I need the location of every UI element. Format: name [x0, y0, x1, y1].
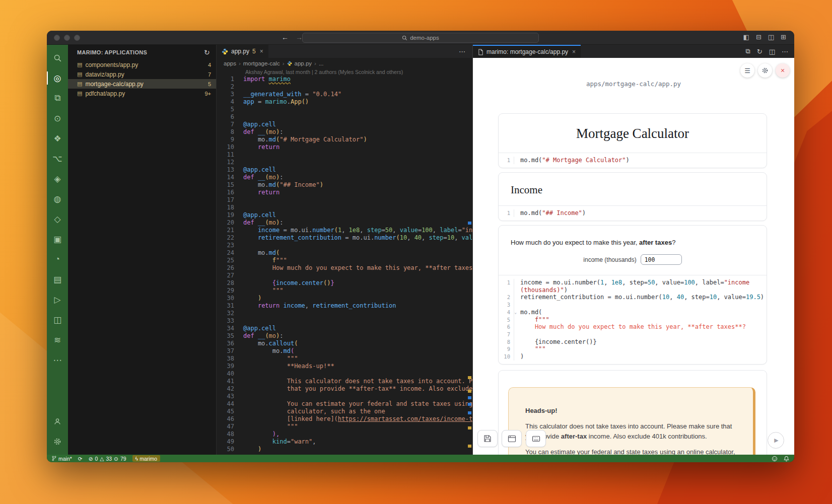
- sync-item[interactable]: ⟳: [78, 456, 83, 462]
- code-editor[interactable]: Akshay Agrawal, last month | 2 authors (…: [217, 68, 472, 455]
- marimo-label: marimo: [140, 456, 157, 462]
- menu-button[interactable]: ☰: [740, 63, 754, 78]
- code-line: 12: [217, 159, 472, 166]
- code-line: 44 You can estimate your federal and sta…: [217, 400, 472, 408]
- close-tab-icon[interactable]: ×: [572, 48, 576, 55]
- income-input[interactable]: [641, 254, 682, 265]
- notebook-icon[interactable]: ▤: [47, 269, 68, 290]
- inspect-icon[interactable]: ⊙: [47, 108, 68, 128]
- settings-gear-icon[interactable]: [47, 431, 68, 452]
- code-line: 31 return income, retirement_contributio…: [217, 302, 472, 310]
- breadcrumb-symbol[interactable]: ...: [319, 60, 324, 66]
- code-line: 43: [217, 393, 472, 400]
- save-button[interactable]: [477, 430, 498, 447]
- code-line: 32: [217, 310, 472, 317]
- problem-count-badge: 4: [208, 62, 211, 68]
- breadcrumb-folder[interactable]: mortgage-calc: [243, 60, 280, 66]
- editor-group-left: app.py 5 × ⋯ apps› mortgage-calc› app.py…: [217, 45, 472, 455]
- customize-layout-icon[interactable]: ⊞: [781, 34, 786, 40]
- run-app-button[interactable]: ▶: [768, 432, 784, 449]
- app-path: apps/mortgage-calc/app.py: [473, 80, 794, 88]
- open-browser-button[interactable]: [502, 430, 522, 447]
- code-line: 1import marimo: [217, 76, 472, 83]
- layout-toggle-icons: ◧⊟◫⊞: [743, 34, 786, 40]
- info-count: 79: [120, 456, 126, 462]
- refresh-icon[interactable]: ↻: [204, 48, 210, 56]
- components-icon[interactable]: ❖: [47, 128, 68, 149]
- code-line: 9 mo.md("# Mortgage Calculator"): [217, 136, 472, 143]
- minimize-window-button[interactable]: [64, 35, 70, 41]
- diamond-icon[interactable]: ◇: [47, 209, 68, 229]
- open-external-icon[interactable]: ⧉: [746, 47, 750, 55]
- gear-icon: [761, 67, 769, 74]
- search-text: demo-apps: [410, 35, 439, 41]
- history-icon[interactable]: ◔: [47, 249, 68, 269]
- github-icon[interactable]: ◍: [47, 189, 68, 209]
- docker-icon[interactable]: ≋: [47, 330, 68, 350]
- code-line: 14def __(mo):: [217, 174, 472, 181]
- tab-marimo-preview[interactable]: marimo: mortgage-calc/app.py ×: [473, 45, 581, 58]
- sidebar-item-dataviz[interactable]: ▤dataviz/app.py7: [68, 69, 216, 79]
- search-icon[interactable]: [47, 48, 68, 68]
- split-editor-icon[interactable]: ◫: [769, 48, 775, 55]
- code-line: 18: [217, 204, 472, 211]
- keyboard-shortcuts-button[interactable]: [526, 430, 546, 447]
- git-branch-item[interactable]: main*: [52, 456, 72, 462]
- code-line: 8def __(mo):: [217, 128, 472, 136]
- remote-icon[interactable]: ◫: [47, 310, 68, 330]
- editor-tab-bar: app.py 5 × ⋯: [217, 45, 472, 58]
- settings-button[interactable]: [758, 63, 772, 78]
- tab-app-py[interactable]: app.py 5 ×: [217, 45, 268, 58]
- problems-item[interactable]: ⊘0 △33 ⊙79: [89, 456, 126, 462]
- run-icon[interactable]: ▷: [47, 290, 68, 310]
- layout-icon[interactable]: ▣: [47, 229, 68, 249]
- code-line: 38 """: [217, 355, 472, 363]
- code-line: 10 return: [217, 143, 472, 151]
- code-line: 7@app.cell: [217, 121, 472, 128]
- breadcrumb-file[interactable]: app.py: [295, 60, 312, 66]
- code-line: 27: [217, 272, 472, 279]
- toggle-secondary-sidebar-icon[interactable]: ◫: [768, 34, 774, 40]
- toggle-sidebar-icon[interactable]: ◧: [743, 34, 749, 40]
- more-icon[interactable]: ⋯: [47, 350, 68, 370]
- marimo-status-item[interactable]: ϟ marimo: [132, 455, 161, 462]
- zoom-window-button[interactable]: [74, 35, 80, 41]
- tab-bar-more-icon[interactable]: ⋯: [452, 45, 472, 58]
- income-input-label: income (thousands): [583, 256, 636, 263]
- sidebar-item-components[interactable]: ▤components/app.py4: [68, 60, 216, 69]
- account-icon[interactable]: [47, 411, 68, 431]
- feedback-item[interactable]: [772, 456, 778, 462]
- sidebar-marimo-applications: MARIMO: APPLICATIONS ↻ ▤components/app.p…: [68, 45, 217, 455]
- code-line: 47 """: [217, 423, 472, 430]
- code-line: 35def __(mo):: [217, 332, 472, 340]
- refresh-icon[interactable]: ↻: [757, 48, 762, 55]
- pages-icon[interactable]: ⧉: [47, 88, 68, 108]
- terraform-icon[interactable]: ⌥: [47, 149, 68, 169]
- sidebar-item-mortgage-calc[interactable]: ▤mortgage-calc/app.py5: [68, 79, 216, 89]
- history-forward-button[interactable]: →: [296, 33, 303, 41]
- close-tab-icon[interactable]: ×: [260, 48, 263, 55]
- breadcrumb-apps[interactable]: apps: [224, 60, 236, 66]
- notebook-file-icon: ▤: [77, 71, 82, 78]
- tab-problems-badge: 5: [252, 48, 256, 55]
- preview-code-line: 1mo.md("# Mortgage Calculator"): [499, 157, 767, 164]
- feedback-smiley-icon: [772, 456, 778, 462]
- code-line: 19@app.cell: [217, 211, 472, 219]
- code-line: 17: [217, 196, 472, 204]
- ruler-mark: [468, 222, 471, 225]
- question-text: How much do you expect to make this year…: [499, 226, 767, 246]
- close-window-button[interactable]: [54, 35, 60, 41]
- breadcrumb[interactable]: apps› mortgage-calc› app.py› ...: [217, 58, 472, 68]
- problem-count-badge: 7: [208, 71, 211, 78]
- close-app-button[interactable]: ×: [776, 63, 790, 78]
- history-back-button[interactable]: ←: [282, 33, 289, 41]
- gem-icon[interactable]: ◈: [47, 169, 68, 189]
- marimo-icon[interactable]: ◎: [47, 68, 68, 88]
- more-actions-icon[interactable]: ⋯: [782, 48, 788, 55]
- preview-code-line: 4⌄mo.md(: [499, 309, 767, 316]
- code-line: 23: [217, 242, 472, 249]
- toggle-panel-icon[interactable]: ⊟: [756, 34, 761, 40]
- sidebar-item-pdfchat[interactable]: ▤pdfchat/app.py9+: [68, 89, 216, 98]
- notifications-item[interactable]: [784, 456, 789, 462]
- command-center-search[interactable]: demo-apps: [302, 33, 539, 43]
